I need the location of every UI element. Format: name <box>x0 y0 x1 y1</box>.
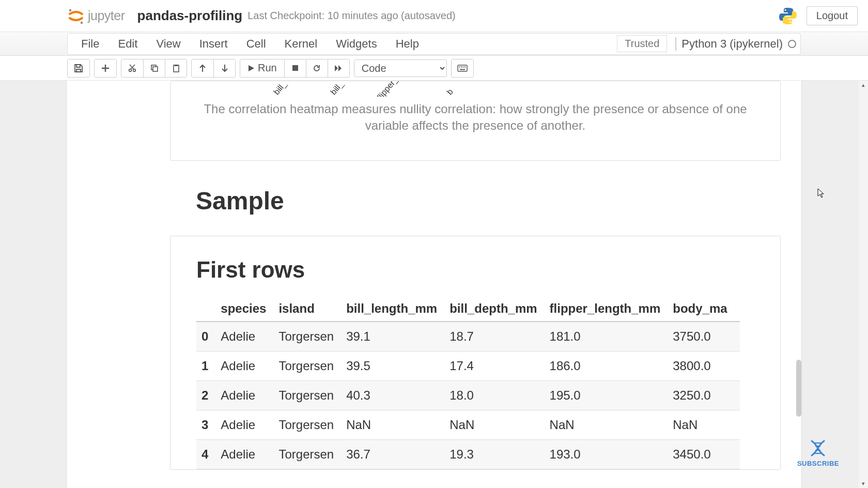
restart-icon <box>313 64 321 72</box>
subscribe-badge[interactable]: SUBSCRIBE <box>797 439 839 467</box>
cell-idx: 0 <box>196 322 221 352</box>
kernel-label: Python 3 (ipykernel) <box>681 37 783 51</box>
run-button[interactable]: Run <box>240 59 284 77</box>
notebook-scroll-area[interactable]: bill_ bill_ flipper_ b The correlation h… <box>66 81 802 488</box>
cell-flipper_length_mm: 195.0 <box>550 380 673 410</box>
cell-flipper_length_mm: 181.0 <box>550 322 673 352</box>
menu-insert[interactable]: Insert <box>190 33 237 55</box>
arrow-down-icon <box>221 64 228 72</box>
jupyter-logo[interactable]: jupyter <box>67 7 125 25</box>
python-icon <box>778 6 798 26</box>
table-row: 2AdelieTorgersen40.318.0195.03250.0 <box>196 380 740 410</box>
svg-rect-11 <box>458 65 467 71</box>
menu-cell[interactable]: Cell <box>237 33 275 55</box>
sample-heading: Sample <box>196 187 801 215</box>
heatmap-xlabel: b <box>445 87 455 97</box>
menu-widgets[interactable]: Widgets <box>327 33 386 55</box>
page-scrollbar[interactable]: ▴ ▾ <box>859 81 868 488</box>
add-cell-button[interactable] <box>95 59 116 77</box>
restart-run-all-button[interactable] <box>328 59 349 77</box>
cell-idx: 1 <box>196 351 221 380</box>
cell-species: Adelie <box>221 351 278 380</box>
svg-rect-14 <box>462 66 463 67</box>
scroll-down-arrow[interactable]: ▾ <box>859 480 868 487</box>
svg-rect-16 <box>460 69 465 70</box>
cell-idx: 2 <box>196 380 221 410</box>
cell-island: Torgersen <box>278 351 346 380</box>
col-bill-length: bill_length_mm <box>346 296 450 322</box>
heatmap-xlabel: bill_ <box>329 81 345 97</box>
svg-point-3 <box>789 21 791 22</box>
svg-rect-7 <box>153 67 158 71</box>
col-body-mass: body_ma <box>673 296 739 322</box>
svg-rect-15 <box>464 66 466 67</box>
save-icon <box>74 64 83 73</box>
col-species: species <box>221 296 278 322</box>
cell-bill_depth_mm: 19.3 <box>450 439 549 469</box>
cell-body_ma: 3800.0 <box>673 351 739 380</box>
cell-island: Torgersen <box>278 439 346 469</box>
arrow-up-icon <box>199 64 206 72</box>
cell-body_ma: 3750.0 <box>673 322 739 352</box>
cell-flipper_length_mm: 186.0 <box>550 351 673 380</box>
cell-bill_length_mm: NaN <box>346 410 450 439</box>
cut-icon <box>128 64 136 72</box>
svg-point-1 <box>81 21 83 23</box>
run-label: Run <box>258 62 277 74</box>
restart-button[interactable] <box>306 59 328 77</box>
heatmap-xlabel: flipper_ <box>375 81 400 97</box>
cell-species: Adelie <box>221 380 278 410</box>
move-down-button[interactable] <box>213 59 235 77</box>
cut-button[interactable] <box>121 59 143 77</box>
table-row: 1AdelieTorgersen39.517.4186.03800.0 <box>196 351 740 380</box>
col-island: island <box>278 296 346 322</box>
col-index <box>196 296 221 322</box>
cell-bill_length_mm: 40.3 <box>346 380 450 410</box>
sample-section: First rows species island bill_length_mm… <box>170 236 781 470</box>
output-scrollbar[interactable] <box>796 360 801 417</box>
save-button[interactable] <box>68 59 89 77</box>
jupyter-icon <box>67 7 85 25</box>
menu-bar: File Edit View Insert Cell Kernel Widget… <box>0 32 868 56</box>
table-row: 4AdelieTorgersen36.719.3193.03450.0 <box>196 439 740 469</box>
notebook-name[interactable]: pandas-profiling <box>137 8 243 24</box>
cell-flipper_length_mm: NaN <box>550 410 673 439</box>
logout-button[interactable]: Logout <box>807 6 858 25</box>
scroll-up-arrow[interactable]: ▴ <box>859 82 868 88</box>
svg-rect-13 <box>461 66 462 67</box>
toolbar: Run Code <box>0 56 868 81</box>
cell-species: Adelie <box>221 410 278 439</box>
paste-button[interactable] <box>165 59 187 77</box>
copy-button[interactable] <box>143 59 165 77</box>
cell-bill_depth_mm: 18.7 <box>450 322 549 352</box>
command-palette-button[interactable] <box>452 59 473 77</box>
kernel-name[interactable]: Python 3 (ipykernel) <box>675 37 796 51</box>
svg-rect-10 <box>292 65 298 71</box>
move-up-button[interactable] <box>192 59 213 77</box>
copy-icon <box>150 64 159 72</box>
menu-help[interactable]: Help <box>386 33 428 55</box>
cell-species: Adelie <box>221 439 278 469</box>
sample-table: species island bill_length_mm bill_depth… <box>196 296 740 469</box>
jupyter-text: jupyter <box>88 8 125 23</box>
cell-bill_length_mm: 39.5 <box>346 351 450 380</box>
cell-flipper_length_mm: 193.0 <box>550 439 673 469</box>
trusted-indicator[interactable]: Trusted <box>617 35 667 52</box>
menu-file[interactable]: File <box>72 33 109 55</box>
interrupt-button[interactable] <box>284 59 306 77</box>
svg-rect-12 <box>459 66 460 67</box>
cell-bill_length_mm: 39.1 <box>346 322 450 352</box>
menu-view[interactable]: View <box>147 33 190 55</box>
cell-body_ma: NaN <box>673 410 739 439</box>
cell-island: Torgersen <box>278 322 346 352</box>
col-bill-depth: bill_depth_mm <box>450 296 549 322</box>
cell-bill_depth_mm: 17.4 <box>450 351 549 380</box>
menu-kernel[interactable]: Kernel <box>275 33 327 55</box>
menu-edit[interactable]: Edit <box>109 33 147 55</box>
heatmap-xlabel: bill_ <box>272 81 288 97</box>
cell-island: Torgersen <box>278 380 346 410</box>
kernel-status-icon <box>788 40 796 48</box>
cell-type-select[interactable]: Code <box>354 59 447 77</box>
stop-icon <box>292 65 299 71</box>
table-row: 0AdelieTorgersen39.118.7181.03750.0 <box>196 322 740 352</box>
